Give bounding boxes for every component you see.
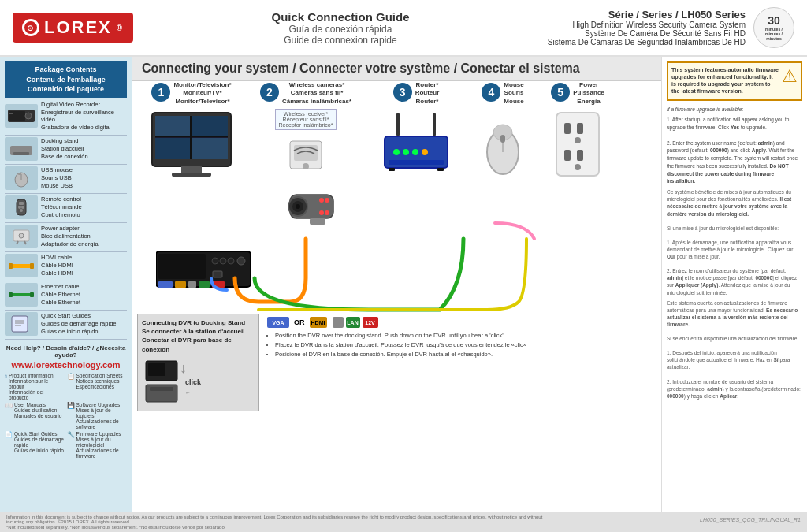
guide-titles: Quick Connection Guide Guía de conexión … <box>133 10 548 46</box>
svg-point-67 <box>575 137 581 143</box>
svg-rect-81 <box>199 281 210 288</box>
monitor-illustration <box>148 109 235 183</box>
instruction-fr: Placez le DVR dans la station d'accueil.… <box>275 340 653 350</box>
firmware-intro: If a firmware upgrade is available: <box>667 106 802 113</box>
svg-point-73 <box>212 258 218 264</box>
hdmi-text: HDMI cableCâble HDMICable HDMI <box>41 254 73 277</box>
guide-title-en: Quick Connection Guide <box>133 10 548 24</box>
footnote: LH050_SERIES_QCG_TRILINGUAL_R1 <box>700 517 801 523</box>
registered-mark: ® <box>117 24 124 32</box>
ethernet-icon <box>5 283 38 307</box>
guide-title-es: Guía de conexión rápida <box>133 24 548 35</box>
svg-point-56 <box>422 149 428 155</box>
dvr-ports-section: VGA OR HDMI LAN 12V Position the DVR ove… <box>264 314 656 411</box>
link-specs: 📋 Specification SheetsNotices techniques… <box>67 373 128 400</box>
link-product-info: ℹ Product InformationInformation sur le … <box>5 373 65 400</box>
svg-rect-87 <box>148 363 165 376</box>
power-port-label: 12V <box>363 317 378 328</box>
right-sidebar: ⚠ This system features automatic firmwar… <box>661 57 807 532</box>
center-area: Connecting your system / Connecter votre… <box>132 57 661 532</box>
mouse-illustration <box>479 109 526 183</box>
list-item: Quick Start GuidesGuides de démarrage ra… <box>5 312 127 336</box>
svg-point-47 <box>325 198 329 203</box>
svg-point-40 <box>303 163 309 169</box>
step4-mouse: 4 MouseSourisMouse <box>471 81 534 183</box>
software-icon: 💾 <box>67 402 75 409</box>
usb-port-label <box>333 317 344 328</box>
link-specs-text: Specification SheetsNotices techniquesEs… <box>76 373 123 389</box>
section-title: Connecting your system / Connecter votre… <box>132 57 661 81</box>
step5-number: 5 <box>551 83 570 102</box>
svg-rect-23 <box>30 292 34 297</box>
link-manuals-text: User ManualsGuides d'utilisationManuales… <box>14 402 61 419</box>
svg-line-16 <box>24 241 26 244</box>
series-info: Série / Series / LH050 Series High Defin… <box>548 9 746 47</box>
instruction-en: Position the DVR over the docking stand.… <box>275 331 653 340</box>
receiver-illustration <box>278 133 333 180</box>
svg-point-46 <box>319 198 324 203</box>
svg-rect-59 <box>437 168 444 171</box>
dvr-dock-illustration: ↓ click ← <box>142 357 221 406</box>
svg-rect-31 <box>192 116 228 136</box>
website-url[interactable]: www.lorextechnology.com <box>5 360 127 370</box>
dvr-text: Digital Video RecorderEnregistreur de su… <box>41 101 127 132</box>
warning-icon: ⚠ <box>782 66 798 87</box>
svg-point-76 <box>237 257 245 265</box>
svg-line-15 <box>17 241 18 244</box>
link-quick-start-text: Quick Start GuidesGuides de démarrage ra… <box>14 431 65 453</box>
svg-rect-65 <box>564 123 571 134</box>
link-manuals: 📖 User ManualsGuides d'utilisationManual… <box>5 402 65 430</box>
list-item: HDMI cableCâble HDMICable HDMI <box>5 254 127 277</box>
power-outlet-illustration <box>550 109 605 199</box>
router-illustration <box>381 109 452 183</box>
timer-number: 30 <box>768 14 780 27</box>
camera-illustration <box>270 183 341 233</box>
svg-rect-45 <box>310 218 325 225</box>
hdmi-port-label: HDMI <box>310 317 327 328</box>
list-item: Power adapterBloc d'alimentationAdaptado… <box>5 225 127 248</box>
svg-text:LAN: LAN <box>199 288 207 293</box>
mouse-icon <box>5 166 38 190</box>
guides-text: Quick Start GuidesGuides de démarrage ra… <box>41 312 116 335</box>
warning-box: ⚠ This system features automatic firmwar… <box>667 61 802 101</box>
svg-point-49 <box>325 210 329 215</box>
remote-icon <box>5 195 38 219</box>
svg-point-70 <box>575 164 581 170</box>
svg-point-75 <box>228 258 234 264</box>
list-item: USB mouseSouris USBMouse USB <box>5 166 127 190</box>
series-sub3: Sistema De Cámaras De Seguridad Inalámbr… <box>548 38 746 47</box>
svg-text:HDMI: HDMI <box>176 288 186 293</box>
list-item: Ethernet cableCâble EthernetCable Ethern… <box>5 283 127 307</box>
svg-point-53 <box>393 149 400 155</box>
dvr-connect-box: Connecting DVR to Docking Stand Se conne… <box>137 314 259 411</box>
svg-rect-1 <box>9 111 25 121</box>
step2-number: 2 <box>260 83 279 102</box>
main-content: Package ContentsContenu de l'emballageCo… <box>0 57 807 532</box>
header: ⊙ LOREX ® Quick Connection Guide Guía de… <box>0 0 807 57</box>
svg-rect-66 <box>577 123 583 134</box>
dvr-icon <box>5 104 38 128</box>
svg-text:click: click <box>185 378 202 386</box>
svg-rect-10 <box>19 202 24 205</box>
step5-power: 5 PowerPuissanceEnergía <box>546 81 609 199</box>
step1-number: 1 <box>151 83 170 102</box>
timer-badge: 30 minutes /minutes /minutos <box>753 7 794 48</box>
svg-point-17 <box>19 233 24 238</box>
lorex-circle-icon: ⊙ <box>22 19 39 36</box>
svg-rect-77 <box>213 271 222 277</box>
svg-text:↓: ↓ <box>180 360 187 376</box>
svg-rect-72 <box>158 254 206 279</box>
lorex-logo: ⊙ LOREX ® <box>13 13 133 43</box>
svg-rect-69 <box>577 150 583 161</box>
series-sub2: Système De Caméra De Sécurité Sans Fil H… <box>548 29 746 38</box>
svg-rect-57 <box>389 160 444 165</box>
svg-rect-79 <box>175 281 186 288</box>
footer-legal: *Not included/sold separately. *Non incl… <box>6 525 801 530</box>
logo-area: ⊙ LOREX ® <box>13 13 133 43</box>
dock-text: Docking standStation d'accueilBase de co… <box>41 137 88 160</box>
hdmi-icon <box>5 254 38 277</box>
svg-rect-78 <box>158 281 173 288</box>
svg-point-12 <box>21 206 24 209</box>
svg-rect-5 <box>13 152 29 155</box>
svg-rect-30 <box>155 116 191 136</box>
